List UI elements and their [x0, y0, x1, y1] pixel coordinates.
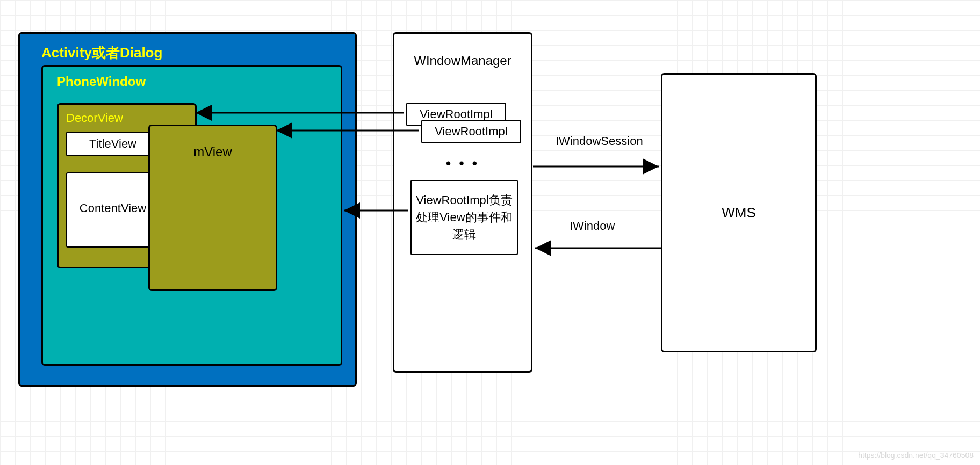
mview-box: mView	[148, 125, 277, 291]
iwindowsession-label: IWindowSession	[556, 134, 643, 148]
contentview-label: ContentView	[67, 201, 158, 215]
viewroot2-box: ViewRootImpl	[421, 120, 521, 143]
phonewindow-box: PhoneWindow DecorView TitleView ContentV…	[41, 65, 342, 366]
windowmanager-title: WIndowManager	[394, 53, 531, 68]
windowmanager-box: WIndowManager ViewRootImpl ViewRootImpl …	[393, 32, 532, 373]
viewroot-desc-label: ViewRootImpl负责处理View的事件和逻辑	[416, 192, 513, 243]
watermark: https://blog.csdn.net/qq_34760508	[858, 451, 974, 460]
wms-title: WMS	[722, 205, 756, 221]
wms-box: WMS	[661, 73, 817, 352]
ellipsis: • • •	[394, 155, 531, 172]
viewroot-desc-box: ViewRootImpl负责处理View的事件和逻辑	[410, 180, 518, 255]
viewroot2-label: ViewRootImpl	[422, 125, 520, 139]
phonewindow-title: PhoneWindow	[57, 74, 146, 89]
titleview-box: TitleView	[66, 132, 160, 156]
iwindow-label: IWindow	[570, 219, 615, 233]
activity-title: Activity或者Dialog	[41, 43, 162, 62]
contentview-box: ContentView	[66, 172, 160, 248]
activity-box: Activity或者Dialog PhoneWindow DecorView T…	[18, 32, 357, 387]
titleview-label: TitleView	[67, 137, 158, 151]
decorview-title: DecorView	[66, 111, 123, 125]
mview-title: mView	[150, 144, 276, 159]
